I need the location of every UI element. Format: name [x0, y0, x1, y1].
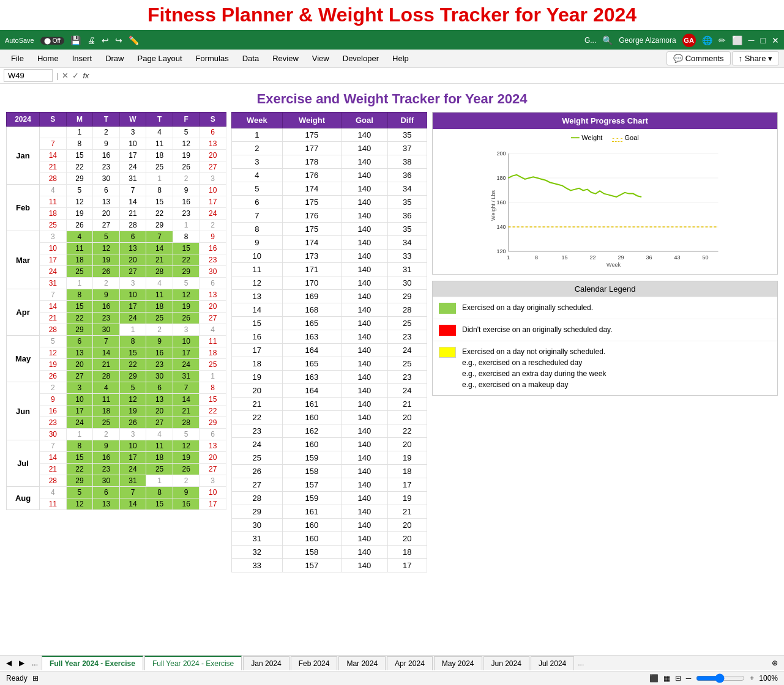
cal-day: 30 [40, 429, 67, 440]
confirm-icon[interactable]: ✓ [72, 71, 79, 80]
cal-day: 1 [146, 173, 173, 185]
undo-icon[interactable]: ↩ [102, 35, 109, 45]
cal-day: 7 [93, 336, 120, 347]
menu-home[interactable]: Home [31, 52, 65, 65]
cal-day: 2 [173, 475, 200, 487]
table-cell: 140 [342, 559, 387, 572]
print-icon[interactable]: 🖨 [87, 35, 95, 45]
window-icon[interactable]: ⬜ [732, 35, 742, 45]
maximize-icon[interactable]: □ [761, 35, 766, 45]
autosave-toggle[interactable]: ⬤ Off [40, 37, 64, 45]
cal-day: 6 [93, 487, 120, 498]
menu-data[interactable]: Data [236, 52, 265, 65]
chart-container: Weight Progress Chart ━━ Weight - - - Go… [432, 112, 778, 275]
search-icon[interactable]: 🔍 [602, 35, 613, 45]
table-cell: 175 [282, 196, 342, 209]
table-row: 28 29 30 1 2 3 4 [7, 324, 226, 336]
menu-view[interactable]: View [306, 52, 335, 65]
close-icon[interactable]: ✕ [772, 35, 779, 45]
weekly-table-body: 1175140352177140373178140384176140365174… [232, 128, 427, 572]
table-row: 417614036 [232, 169, 427, 182]
share-icon[interactable]: 🌐 [702, 35, 712, 45]
table-cell: 168 [282, 303, 342, 317]
table-row: Aug 4 5 6 7 8 9 10 [7, 487, 226, 498]
edit-icon[interactable]: ✏ [719, 35, 726, 45]
cal-day: 28 [40, 173, 67, 185]
cal-day: 16 [173, 498, 200, 510]
table-cell: 31 [232, 532, 283, 546]
table-cell: 18 [232, 357, 283, 371]
cal-day: 9 [200, 231, 226, 243]
redo-icon[interactable]: ↪ [115, 35, 122, 45]
cell-reference[interactable] [4, 69, 53, 82]
legend-item-red: Didn't exercise on an originally schedul… [433, 319, 777, 341]
cal-day: 25 [93, 417, 120, 429]
svg-text:Week: Week [607, 262, 621, 267]
table-cell: 140 [342, 532, 387, 546]
autosave-label: AutoSave [5, 37, 34, 44]
cancel-icon[interactable]: ✕ [62, 71, 69, 80]
day-header-f: F [173, 113, 200, 127]
cal-day: 4 [146, 127, 173, 138]
day-header-t1: T [93, 113, 120, 127]
cal-day: 6 [93, 185, 120, 196]
cal-day: 1 [119, 324, 146, 336]
menu-help[interactable]: Help [386, 52, 415, 65]
cal-day: 23 [146, 359, 173, 371]
cal-day: 18 [200, 347, 226, 359]
svg-text:120: 120 [496, 248, 506, 254]
table-row: 23 24 25 26 27 28 29 [7, 417, 226, 429]
cal-day: 29 [66, 324, 93, 336]
save-icon[interactable]: 💾 [70, 35, 81, 45]
table-cell: 140 [342, 398, 387, 411]
formula-field[interactable] [93, 70, 780, 81]
comments-button[interactable]: 💬 Comments [666, 51, 730, 65]
legend-item-green: Exercised on a day originally scheduled. [433, 297, 777, 319]
table-cell: 140 [342, 250, 387, 263]
table-row: 2916114021 [232, 505, 427, 519]
cal-day: 12 [173, 289, 200, 301]
cal-day: 30 [146, 371, 173, 382]
cal-day: 28 [119, 220, 146, 231]
menu-file[interactable]: File [5, 52, 30, 65]
menu-review[interactable]: Review [266, 52, 305, 65]
table-cell: 140 [342, 357, 387, 371]
fx-icon[interactable]: fx [83, 71, 89, 80]
table-row: 21 22 23 24 25 26 27 [7, 464, 226, 475]
table-cell: 162 [282, 424, 342, 438]
share-button[interactable]: ↑ Share ▾ [732, 51, 779, 65]
table-row: 217714037 [232, 142, 427, 155]
cal-day: 28 [146, 266, 173, 278]
table-cell: 140 [342, 263, 387, 276]
cal-day: 11 [200, 336, 226, 347]
cal-day: 12 [119, 394, 146, 405]
cal-day: 14 [173, 394, 200, 405]
cal-day: 18 [146, 150, 173, 161]
cal-day: 8 [173, 231, 200, 243]
touch-icon[interactable]: ✏️ [129, 35, 139, 45]
cal-day: 13 [119, 243, 146, 254]
cal-day: 27 [66, 371, 93, 382]
main-content: Exercise and Weight Tracker for Year 202… [0, 84, 784, 572]
cal-day: 26 [173, 313, 200, 324]
table-cell: 140 [342, 236, 387, 250]
menu-insert[interactable]: Insert [66, 52, 99, 65]
cal-day: 26 [173, 161, 200, 173]
table-row: Jul 7 8 9 10 11 12 13 [7, 440, 226, 452]
table-cell: 37 [387, 142, 427, 155]
cal-day: 13 [66, 347, 93, 359]
menu-formulas[interactable]: Formulas [190, 52, 235, 65]
menu-developer[interactable]: Developer [337, 52, 385, 65]
cal-day: 3 [173, 324, 200, 336]
cal-day: 16 [93, 301, 120, 313]
menu-page-layout[interactable]: Page Layout [132, 52, 189, 65]
cal-day: 20 [93, 208, 120, 220]
cal-day: 8 [66, 289, 93, 301]
cal-day: 1 [66, 429, 93, 440]
table-cell: 140 [342, 438, 387, 451]
table-cell: 23 [232, 424, 283, 438]
minimize-icon[interactable]: ─ [749, 35, 755, 45]
cal-day: 19 [119, 405, 146, 417]
menu-draw[interactable]: Draw [99, 52, 130, 65]
cal-day: 20 [200, 301, 226, 313]
